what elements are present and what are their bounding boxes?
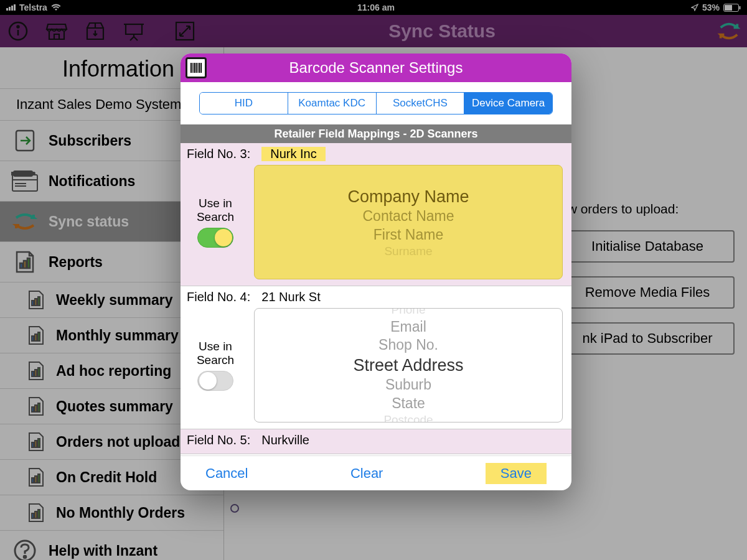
picker-option: Contact Name <box>362 207 454 226</box>
tab-device-camera[interactable]: Device Camera <box>464 93 552 114</box>
field-row-4: Field No. 4: 21 Nurk St Use in Search Ph… <box>181 286 571 429</box>
picker-option: Surname <box>384 244 432 259</box>
picker-option: Suburb <box>385 376 431 394</box>
barcode-settings-modal: Barcode Scanner Settings HID Koamtac KDC… <box>181 54 571 490</box>
tab-koamtac[interactable]: Koamtac KDC <box>288 93 377 114</box>
cancel-button[interactable]: Cancel <box>205 465 248 482</box>
use-in-search-label: Use in Search <box>189 197 242 224</box>
field4-picker[interactable]: Phone Email Shop No. Street Address Subu… <box>254 308 563 422</box>
picker-option: Company Name <box>347 186 469 207</box>
picker-option: Phone <box>392 308 426 318</box>
modal-title: Barcode Scanner Settings <box>289 59 463 77</box>
barcode-icon <box>186 57 207 78</box>
clear-button[interactable]: Clear <box>350 465 383 482</box>
use-in-search-toggle-4[interactable] <box>197 371 233 391</box>
modal-footer: Cancel Clear Save <box>181 455 571 490</box>
picker-option: Street Address <box>353 355 463 376</box>
scanner-type-tabs: HID Koamtac KDC SocketCHS Device Camera <box>199 92 553 114</box>
use-in-search-label: Use in Search <box>189 340 242 367</box>
picker-option: Shop No. <box>378 336 438 355</box>
tab-hid[interactable]: HID <box>200 93 288 114</box>
picker-option: Email <box>390 318 426 337</box>
field-label: Field No. 5: <box>187 433 250 447</box>
section-header: Retailer Field Mappings - 2D Scanners <box>181 124 571 143</box>
modal-header: Barcode Scanner Settings <box>181 54 571 82</box>
field-value: Nurkville <box>261 433 309 447</box>
picker-option: Postcode <box>383 413 433 422</box>
tab-socketchs[interactable]: SocketCHS <box>377 93 465 114</box>
field-value: 21 Nurk St <box>261 290 320 304</box>
field-row-3: Field No. 3: Nurk Inc Use in Search Comp… <box>181 143 571 286</box>
use-in-search-toggle-3[interactable] <box>197 228 233 248</box>
field-row-5: Field No. 5: Nurkville <box>181 429 571 454</box>
field3-picker[interactable]: Company Name Contact Name First Name Sur… <box>254 165 563 279</box>
picker-option: State <box>392 394 425 413</box>
field-value: Nurk Inc <box>261 147 325 161</box>
field-label: Field No. 3: <box>187 147 250 161</box>
save-button[interactable]: Save <box>486 463 547 484</box>
picker-option: First Name <box>374 226 443 245</box>
field-label: Field No. 4: <box>187 290 250 304</box>
